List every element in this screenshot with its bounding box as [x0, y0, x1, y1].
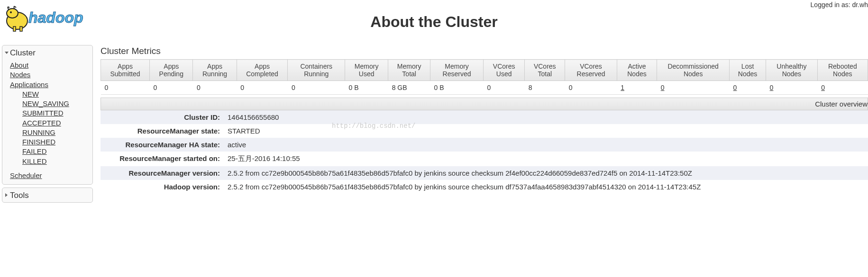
metrics-node-link[interactable]: 1 [621, 84, 624, 91]
metrics-col-header[interactable]: Apps Submitted [101, 60, 150, 81]
login-info: Logged in as: dr.wh [811, 1, 868, 9]
metrics-node-link[interactable]: 0 [821, 84, 825, 91]
metrics-col-header[interactable]: Containers Running [288, 60, 345, 81]
metrics-col-header[interactable]: VCores Reserved [565, 60, 617, 81]
metrics-cell: 0 B [345, 81, 388, 95]
metrics-col-header[interactable]: Unhealthy Nodes [766, 60, 818, 81]
metrics-cell: 0 [288, 81, 345, 95]
sidebar-link-nodes[interactable]: Nodes [10, 70, 89, 80]
sidebar-link-applications[interactable]: Applications [10, 80, 89, 89]
overview-label: ResourceManager state: [101, 124, 224, 138]
sidebar-link-about[interactable]: About [10, 61, 89, 70]
metrics-col-header[interactable]: Decommissioned Nodes [657, 60, 730, 81]
metrics-cell: 0 [484, 81, 525, 95]
overview-row: Hadoop version:2.5.2 from cc72e9b000545b… [101, 180, 868, 194]
overview-row: ResourceManager version:2.5.2 from cc72e… [101, 166, 868, 180]
overview-label: ResourceManager started on: [101, 152, 224, 166]
sidebar-appstate-killed[interactable]: KILLED [22, 157, 89, 166]
cluster-overview-bar: Cluster overview [101, 98, 868, 110]
overview-label: ResourceManager version: [101, 166, 224, 180]
metrics-cell: 0 [193, 81, 237, 95]
metrics-col-header[interactable]: Memory Used [345, 60, 388, 81]
metrics-cell: 8 GB [388, 81, 430, 95]
metrics-col-header[interactable]: Memory Reserved [430, 60, 484, 81]
metrics-cell: 0 [237, 81, 288, 95]
metrics-node-link[interactable]: 0 [770, 84, 774, 91]
overview-value: 25-五月-2016 14:10:55 [224, 152, 868, 166]
overview-value: STARTED [224, 124, 868, 138]
overview-label: Cluster ID: [101, 110, 224, 124]
login-prefix: Logged in as: [811, 1, 852, 9]
metrics-cell: 0 [150, 81, 193, 95]
sidebar-section-tools[interactable]: Tools [2, 188, 92, 202]
metrics-col-header[interactable]: Active Nodes [617, 60, 657, 81]
overview-row: ResourceManager HA state:active [101, 138, 868, 152]
sidebar-section-cluster[interactable]: Cluster [2, 45, 92, 60]
metrics-cell: 1 [617, 81, 657, 95]
overview-row: Cluster ID:1464156655680 [101, 110, 868, 124]
metrics-col-header[interactable]: Memory Total [388, 60, 430, 81]
metrics-cell: 8 [525, 81, 565, 95]
metrics-cell: 0 [766, 81, 818, 95]
overview-row: ResourceManager state:STARTED [101, 124, 868, 138]
metrics-node-link[interactable]: 0 [733, 84, 737, 91]
sidebar-appstate-failed[interactable]: FAILED [22, 147, 89, 156]
overview-value: 1464156655680 [224, 110, 868, 124]
metrics-cell: 0 [565, 81, 617, 95]
metrics-col-header[interactable]: Apps Pending [150, 60, 193, 81]
metrics-col-header[interactable]: Lost Nodes [730, 60, 766, 81]
metrics-col-header[interactable]: Rebooted Nodes [817, 60, 868, 81]
metrics-col-header[interactable]: Apps Running [193, 60, 237, 81]
cluster-metrics-title: Cluster Metrics [101, 46, 868, 56]
cluster-overview-table: Cluster ID:1464156655680ResourceManager … [101, 110, 868, 194]
main-content: Cluster Metrics Apps SubmittedApps Pendi… [95, 44, 868, 206]
sidebar: Cluster About Nodes Applications NEW NEW… [0, 44, 95, 206]
overview-value: 2.5.2 from cc72e9b000545b86b75a61f4835eb… [224, 166, 868, 180]
page-title: About the Cluster [0, 13, 868, 31]
metrics-cell: 0 [730, 81, 766, 95]
sidebar-appstate-new[interactable]: NEW [22, 89, 89, 99]
sidebar-appstate-accepted[interactable]: ACCEPTED [22, 118, 89, 128]
overview-value: 2.5.2 from cc72e9b000545b86b75a61f4835eb… [224, 180, 868, 194]
sidebar-appstate-finished[interactable]: FINISHED [22, 137, 89, 147]
overview-label: ResourceManager HA state: [101, 138, 224, 152]
metrics-col-header[interactable]: VCores Total [525, 60, 565, 81]
metrics-col-header[interactable]: VCores Used [484, 60, 525, 81]
metrics-cell: 0 [817, 81, 868, 95]
overview-value: active [224, 138, 868, 152]
login-user: dr.wh [852, 1, 868, 9]
sidebar-link-scheduler[interactable]: Scheduler [10, 171, 89, 180]
sidebar-appstate-new-saving[interactable]: NEW_SAVING [22, 99, 89, 108]
sidebar-appstate-submitted[interactable]: SUBMITTED [22, 108, 89, 118]
cluster-metrics-table: Apps SubmittedApps PendingApps RunningAp… [101, 59, 868, 95]
overview-label: Hadoop version: [101, 180, 224, 194]
metrics-col-header[interactable]: Apps Completed [237, 60, 288, 81]
sidebar-appstate-running[interactable]: RUNNING [22, 128, 89, 137]
metrics-node-link[interactable]: 0 [661, 84, 665, 91]
metrics-cell: 0 [657, 81, 730, 95]
metrics-cell: 0 [101, 81, 150, 95]
metrics-cell: 0 B [430, 81, 484, 95]
table-row: 000000 B8 GB0 B08010000 [101, 81, 868, 95]
overview-row: ResourceManager started on:25-五月-2016 14… [101, 152, 868, 166]
